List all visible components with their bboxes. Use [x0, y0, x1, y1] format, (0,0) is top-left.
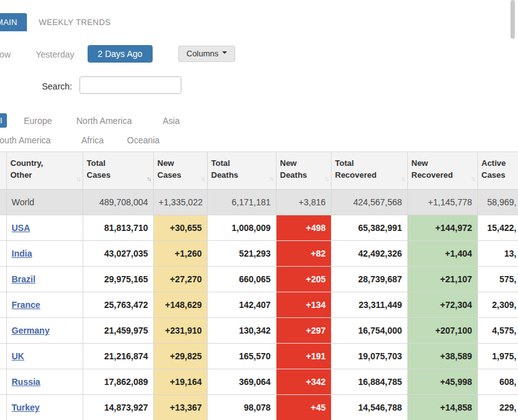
- total-recovered-cell: 23,311,449: [331, 292, 407, 318]
- col-header-label: Total: [335, 158, 404, 170]
- chevron-down-icon: [222, 51, 227, 56]
- country-cell: Russia: [6, 369, 83, 395]
- total-recovered-cell: 19,075,703: [331, 344, 407, 369]
- active-cases-cell: 229,: [477, 395, 518, 420]
- two-days-ago-button[interactable]: 2 Days Ago: [88, 45, 153, 63]
- country-link[interactable]: Germany: [12, 325, 50, 335]
- new-recovered-cell: +207,100: [407, 318, 477, 344]
- country-link[interactable]: France: [12, 300, 41, 310]
- total-deaths-cell: 130,342: [207, 318, 276, 344]
- sort-icon: ↑↓: [401, 175, 405, 184]
- continent-filter-africa[interactable]: Africa: [81, 135, 104, 145]
- col-header-country[interactable]: Country,Other↑↓: [6, 152, 83, 190]
- col-header-new-cases[interactable]: NewCases↑↓: [153, 152, 207, 190]
- new-recovered-cell: +144,972: [407, 215, 477, 241]
- yesterday-button[interactable]: Yesterday: [36, 49, 74, 59]
- country-link[interactable]: India: [12, 248, 33, 259]
- total-recovered-cell: 14,546,788: [331, 395, 407, 420]
- total-cases-cell: 21,216,874: [83, 344, 153, 369]
- col-header-label: Total: [211, 158, 272, 170]
- search-input[interactable]: [79, 76, 181, 94]
- rank-cell: [0, 215, 6, 241]
- continent-filter-asia[interactable]: Asia: [163, 116, 180, 126]
- rank-cell: [0, 292, 6, 318]
- col-header-label: Country,: [11, 158, 79, 170]
- sort-icon: ↑↓: [201, 175, 205, 184]
- total-cases-cell: 25,763,472: [83, 292, 153, 318]
- new-deaths-cell: +191: [276, 344, 331, 369]
- new-cases-cell: +27,270: [153, 267, 207, 292]
- total-cases-cell: 14,873,927: [83, 395, 153, 420]
- new-cases-cell: +1,260: [153, 241, 207, 267]
- col-header-new-deaths[interactable]: NewDeaths↑↓: [276, 152, 331, 190]
- new-deaths-cell: +45: [276, 395, 331, 420]
- country-cell: Germany: [6, 318, 83, 344]
- total-cases-cell: 17,862,089: [83, 369, 153, 395]
- new-recovered-cell: +1,145,778: [407, 190, 477, 215]
- vertical-scrollbar-thumb[interactable]: [510, 0, 515, 39]
- col-header-label: Recovered: [335, 170, 404, 182]
- new-recovered-cell: +14,858: [407, 395, 477, 420]
- rank-cell: [0, 318, 6, 344]
- world-total-row: World489,708,004+1,335,0226,171,181+3,81…: [0, 190, 518, 215]
- col-header-new-recovered[interactable]: NewRecovered↑↓: [407, 152, 477, 190]
- sort-icon: ↑↓: [325, 175, 328, 184]
- col-header-active-cases[interactable]: ActiveCases: [477, 152, 518, 190]
- total-cases-cell: 489,708,004: [83, 190, 153, 215]
- table-header-row: Country,Other↑↓TotalCases↑↓NewCases↑↓Tot…: [0, 152, 518, 190]
- continent-filter-oceania[interactable]: Oceania: [127, 135, 160, 145]
- continent-filter-all[interactable]: All: [0, 113, 7, 128]
- col-header-label: Deaths: [280, 170, 327, 182]
- country-row: UK21,216,874+29,825165,570+19119,075,703…: [0, 344, 518, 369]
- sort-icon: ↑↓: [471, 175, 475, 184]
- continent-filter-south-america[interactable]: South America: [0, 135, 51, 145]
- now-button[interactable]: Now: [0, 49, 11, 59]
- total-recovered-cell: 16,884,785: [331, 369, 407, 395]
- covid-data-table: Country,Other↑↓TotalCases↑↓NewCases↑↓Tot…: [0, 151, 518, 420]
- total-cases-cell: 43,027,035: [83, 241, 153, 267]
- new-recovered-cell: +38,589: [407, 344, 477, 369]
- country-row: Turkey14,873,927+13,36798,078+4514,546,7…: [0, 395, 518, 420]
- country-link[interactable]: UK: [12, 351, 24, 361]
- col-header-label: New: [412, 158, 474, 170]
- columns-button[interactable]: Columns: [178, 46, 235, 62]
- total-deaths-cell: 1,008,009: [207, 215, 276, 241]
- new-deaths-cell: +205: [276, 267, 331, 292]
- rank-cell: [0, 267, 6, 292]
- rank-column-header: [0, 152, 6, 190]
- tab-weekly-trends[interactable]: WEEKLY TRENDS: [39, 18, 111, 27]
- country-cell: World: [6, 190, 83, 215]
- continent-filter-europe[interactable]: Europe: [24, 116, 52, 126]
- col-header-total-recovered[interactable]: TotalRecovered↑↓: [331, 152, 407, 190]
- rank-cell: [0, 190, 6, 215]
- active-cases-cell: 575,: [477, 267, 518, 292]
- country-link[interactable]: Brazil: [12, 274, 36, 284]
- active-cases-cell: 15,422,: [477, 215, 518, 241]
- country-row: USA81,813,710+30,6551,008,009+49865,382,…: [0, 215, 518, 241]
- country-link[interactable]: USA: [12, 223, 31, 233]
- country-link[interactable]: Turkey: [12, 402, 40, 412]
- total-deaths-cell: 98,078: [207, 395, 276, 420]
- new-cases-cell: +231,910: [153, 318, 207, 344]
- new-deaths-cell: +297: [276, 318, 331, 344]
- new-deaths-cell: +134: [276, 292, 331, 318]
- new-cases-cell: +148,629: [153, 292, 207, 318]
- new-deaths-cell: +82: [276, 241, 331, 267]
- country-link[interactable]: Russia: [12, 377, 41, 387]
- new-recovered-cell: +21,107: [407, 267, 477, 292]
- col-header-label: Total: [87, 158, 150, 170]
- total-recovered-cell: 424,567,568: [331, 190, 407, 215]
- continent-filter-north-america[interactable]: North America: [76, 116, 132, 126]
- col-header-label: New: [280, 158, 327, 170]
- country-cell: India: [6, 241, 83, 267]
- tab-main[interactable]: MAIN: [0, 13, 27, 31]
- rank-cell: [0, 395, 6, 420]
- country-cell: Turkey: [6, 395, 83, 420]
- col-header-total-cases[interactable]: TotalCases↑↓: [83, 152, 153, 190]
- new-recovered-cell: +72,304: [407, 292, 477, 318]
- col-header-label: Cases: [87, 170, 150, 182]
- total-deaths-cell: 165,570: [207, 344, 276, 369]
- total-cases-cell: 21,459,975: [83, 318, 153, 344]
- col-header-total-deaths[interactable]: TotalDeaths↑↓: [207, 152, 276, 190]
- active-cases-cell: 4,575,: [477, 318, 518, 344]
